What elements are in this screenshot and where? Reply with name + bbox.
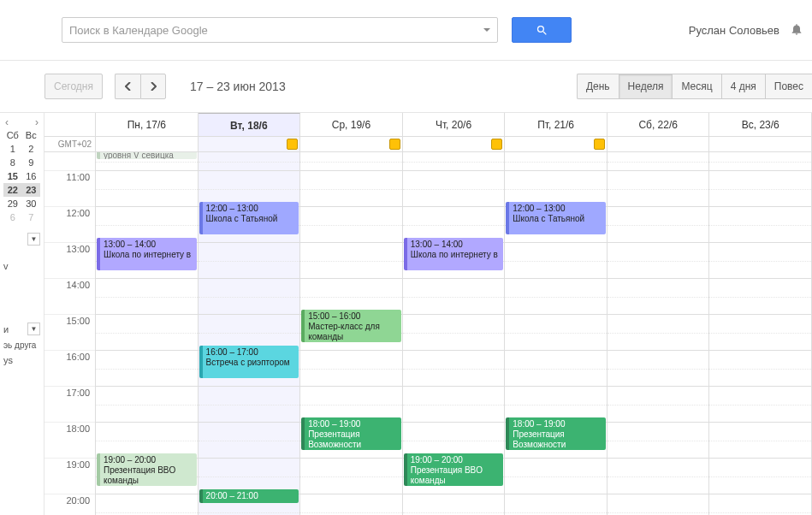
day-column-tue[interactable]: 12:00 – 13:00 Школа с Татьяной 16:00 – 1… (199, 152, 301, 515)
allday-cell[interactable] (505, 137, 608, 151)
event[interactable]: 15:00 – 16:00 Мастер-класс для команды (301, 310, 401, 342)
event-time: 15:00 – 16:00 (308, 311, 398, 322)
mini-day[interactable]: 2 (22, 142, 41, 156)
weather-icon (594, 139, 605, 150)
event[interactable]: 19:00 – 20:00 Презентация BBO команды (97, 453, 197, 486)
event[interactable]: 18:00 – 19:00 Презентация Возможности (506, 417, 606, 450)
day-header[interactable]: Вс, 23/6 (709, 113, 812, 136)
allday-cell[interactable] (608, 137, 710, 151)
mini-cal-row[interactable]: 6 7 (3, 210, 40, 224)
day-header[interactable]: Чт, 20/6 (403, 113, 506, 136)
mini-cal-row[interactable]: 1 2 (3, 142, 40, 156)
mini-day[interactable]: 22 (3, 183, 22, 197)
event[interactable]: 16:00 – 17:00 Встреча с риэптором (199, 346, 299, 378)
hour-label: 18:00 (44, 423, 95, 459)
event-time: 13:00 – 14:00 (411, 240, 501, 250)
allday-cell[interactable] (709, 137, 812, 151)
hour-label: 17:00 (44, 387, 95, 423)
hour-label: 11:00 (44, 171, 95, 207)
search-button[interactable] (512, 17, 572, 43)
mini-day[interactable]: 1 (3, 142, 22, 156)
event-time: 20:00 – 21:00 (206, 491, 296, 501)
mini-next-icon[interactable]: › (35, 116, 39, 128)
day-header[interactable]: Пн, 17/6 (96, 113, 199, 136)
event[interactable]: 13:00 – 14:00 Школа по интернету в (404, 238, 504, 270)
mini-day[interactable]: 15 (3, 169, 22, 183)
day-column-mon[interactable]: уровня V севицка 13:00 – 14:00 Школа по … (96, 152, 199, 515)
view-month[interactable]: Месяц (672, 74, 720, 99)
mini-day[interactable]: 16 (22, 169, 41, 183)
sidebar: ‹ › Сб Вс 1 2 8 9 15 16 22 23 29 30 6 7 (0, 113, 44, 515)
event-title: уровня V севицка (104, 152, 174, 159)
day-header[interactable]: Пт, 21/6 (505, 113, 608, 136)
day-header[interactable]: Вт, 18/6 (199, 113, 301, 136)
search-input[interactable]: Поиск в Календаре Google (62, 17, 498, 43)
view-day[interactable]: День (577, 74, 619, 99)
view-switcher: День Неделя Месяц 4 дня Повес (577, 74, 812, 99)
next-button[interactable] (140, 74, 166, 99)
event[interactable]: 18:00 – 19:00 Презентация Возможности (301, 417, 401, 450)
event[interactable]: 19:00 – 20:00 Презентация BBO команды (404, 453, 504, 486)
event-time: 12:00 – 13:00 (206, 204, 296, 214)
timezone-label: GMT+02 (44, 137, 96, 151)
today-button[interactable]: Сегодня (44, 74, 103, 99)
allday-cell[interactable] (199, 137, 301, 151)
date-range: 17 – 23 июн 2013 (190, 80, 286, 93)
day-column-sun[interactable] (709, 152, 812, 515)
search-placeholder: Поиск в Календаре Google (69, 24, 483, 37)
allday-cell[interactable] (300, 137, 403, 151)
user-name[interactable]: Руслан Соловьев (689, 24, 779, 37)
event-title: Школа по интернету в (411, 250, 501, 260)
mini-day[interactable]: 8 (3, 156, 22, 169)
mini-cal-row[interactable]: 29 30 (3, 197, 40, 210)
mini-day[interactable]: 29 (3, 197, 22, 210)
event[interactable]: 12:00 – 13:00 Школа с Татьяной (199, 202, 299, 234)
search-dropdown-icon[interactable] (483, 28, 490, 32)
nav-arrows (115, 74, 166, 99)
sidebar-text: и (3, 324, 9, 334)
view-agenda[interactable]: Повес (765, 74, 812, 99)
mini-day[interactable]: 7 (22, 210, 41, 224)
mini-cal-row[interactable]: 15 16 (3, 169, 40, 183)
event-time: 19:00 – 20:00 (104, 455, 193, 465)
allday-row: GMT+02 (44, 137, 812, 152)
mini-day[interactable]: 30 (22, 197, 41, 210)
mini-prev-icon[interactable]: ‹ (5, 116, 9, 128)
mini-day[interactable]: 23 (22, 183, 41, 197)
toolbar: Сегодня 17 – 23 июн 2013 День Неделя Мес… (0, 60, 812, 113)
calendar: Пн, 17/6 Вт, 18/6 Ср, 19/6 Чт, 20/6 Пт, … (44, 113, 812, 515)
view-4days[interactable]: 4 дня (721, 74, 765, 99)
hour-label: 20:00 (44, 494, 95, 515)
event[interactable]: 20:00 – 21:00 (199, 489, 299, 503)
chevron-left-icon (125, 82, 132, 91)
mini-cal-header: Сб Вс (3, 128, 40, 142)
day-column-thu[interactable]: 13:00 – 14:00 Школа по интернету в 19:00… (403, 152, 506, 515)
event-time: 18:00 – 19:00 (308, 419, 398, 429)
event[interactable]: 12:00 – 13:00 Школа с Татьяной (506, 202, 606, 234)
day-header[interactable]: Сб, 22/6 (608, 113, 710, 136)
allday-cell[interactable] (403, 137, 506, 151)
prev-button[interactable] (115, 74, 140, 99)
sidebar-dropdown[interactable]: ▼ (27, 323, 40, 335)
view-week[interactable]: Неделя (619, 74, 673, 99)
sidebar-dropdown[interactable]: ▼ (27, 233, 40, 246)
user-area: Руслан Соловьев (689, 22, 803, 38)
event-time: 19:00 – 20:00 (411, 455, 501, 465)
day-header[interactable]: Ср, 19/6 (300, 113, 403, 136)
event[interactable]: уровня V севицка (97, 152, 197, 159)
notifications-icon[interactable] (790, 22, 803, 38)
hour-label: 15:00 (44, 315, 95, 351)
day-column-sat[interactable] (608, 152, 710, 515)
mini-day[interactable]: 6 (3, 210, 22, 224)
event-time: 16:00 – 17:00 (206, 347, 296, 358)
event[interactable]: 13:00 – 14:00 Школа по интернету в (97, 238, 197, 270)
day-column-fri[interactable]: 12:00 – 13:00 Школа с Татьяной 18:00 – 1… (505, 152, 608, 515)
mini-cal-row[interactable]: 22 23 (3, 183, 40, 197)
mini-cal-row[interactable]: 8 9 (3, 156, 40, 169)
event-time: 18:00 – 19:00 (513, 419, 602, 429)
mini-day[interactable]: 9 (22, 156, 41, 169)
hour-label: 12:00 (44, 207, 95, 243)
hour-label (44, 152, 95, 171)
day-column-wed[interactable]: 15:00 – 16:00 Мастер-класс для команды 1… (300, 152, 403, 515)
allday-cell[interactable] (96, 137, 199, 151)
